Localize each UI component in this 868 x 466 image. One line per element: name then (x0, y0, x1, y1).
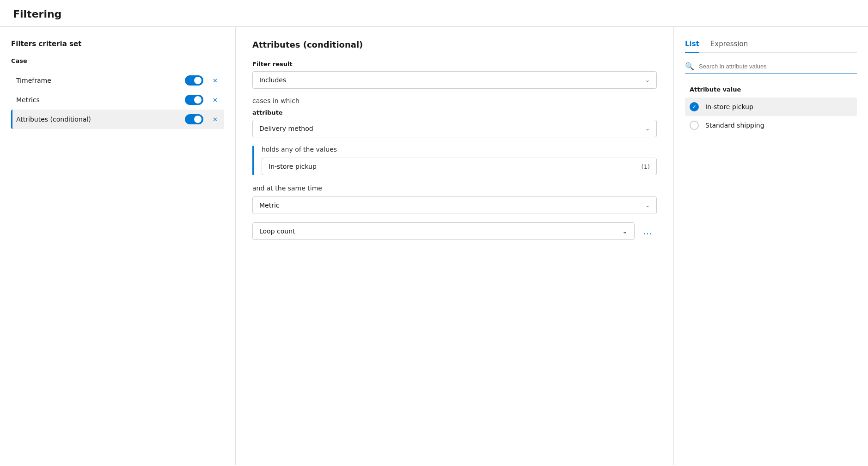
filter-item-metrics[interactable]: Metrics ✕ (11, 90, 224, 110)
filter-item-timeframe[interactable]: Timeframe ✕ (11, 71, 224, 90)
selected-values-count: (1) (642, 163, 650, 170)
remove-timeframe-button[interactable]: ✕ (210, 76, 220, 85)
and-at-same-time-label: and at the same time (252, 184, 657, 192)
filter-result-dropdown[interactable]: Includes ⌄ (252, 71, 657, 89)
selected-values-dropdown[interactable]: In-store pickup (1) (262, 158, 657, 175)
toggle-timeframe[interactable] (185, 75, 203, 86)
holds-any-label: holds any of the values (262, 146, 657, 153)
selected-values-text: In-store pickup (269, 163, 317, 170)
toggle-metrics[interactable] (185, 95, 203, 105)
attribute-value: Delivery method (259, 125, 313, 132)
loop-count-value: Loop count (259, 227, 295, 235)
values-content: holds any of the values In-store pickup … (262, 146, 657, 175)
attr-value-label-standard-shipping: Standard shipping (705, 122, 764, 129)
search-row: 🔍 (685, 62, 857, 74)
middle-panel: Attributes (conditional) Filter result I… (236, 27, 674, 465)
filter-result-value: Includes (259, 76, 286, 84)
filter-result-label: Filter result (252, 61, 657, 67)
metric-value: Metric (259, 202, 280, 209)
attr-value-row-in-store-pickup[interactable]: ✓ In-store pickup (685, 98, 857, 116)
attribute-label: attribute (252, 109, 657, 116)
left-panel: Filters criteria set Case Timeframe ✕ Me… (0, 27, 236, 465)
page-title: Filtering (0, 0, 868, 27)
tab-list[interactable]: List (685, 40, 699, 53)
remove-metrics-button[interactable]: ✕ (210, 96, 220, 104)
checkmark-icon: ✓ (692, 104, 697, 110)
loop-count-chevron-icon: ⌄ (622, 227, 628, 235)
values-section: holds any of the values In-store pickup … (252, 146, 657, 175)
toggle-attributes-conditional[interactable] (185, 114, 203, 124)
cases-in-which-label: cases in which (252, 97, 657, 104)
loop-row: Loop count ⌄ … (252, 222, 657, 240)
attribute-value-header: Attribute value (685, 83, 857, 96)
attr-value-label-in-store-pickup: In-store pickup (705, 103, 753, 110)
attr-checkbox-standard-shipping (690, 121, 699, 130)
loop-count-dropdown[interactable]: Loop count ⌄ (252, 222, 635, 240)
blue-accent-bar (252, 146, 254, 175)
filter-label-metrics: Metrics (16, 96, 185, 104)
filter-item-attributes-conditional[interactable]: Attributes (conditional) ✕ (11, 110, 224, 129)
filter-result-chevron-icon: ⌄ (645, 77, 650, 83)
attr-checkbox-in-store-pickup: ✓ (690, 102, 699, 111)
search-icon: 🔍 (685, 62, 694, 71)
more-options-button[interactable]: … (639, 224, 657, 239)
attribute-chevron-icon: ⌄ (645, 125, 650, 132)
filter-label-timeframe: Timeframe (16, 77, 185, 84)
middle-panel-title: Attributes (conditional) (252, 40, 657, 49)
case-subtitle: Case (11, 57, 224, 64)
right-tab-bar: List Expression (685, 40, 857, 53)
filter-label-attributes-conditional: Attributes (conditional) (16, 116, 185, 123)
metric-dropdown[interactable]: Metric ⌄ (252, 196, 657, 214)
metric-chevron-icon: ⌄ (645, 202, 650, 208)
search-input[interactable] (699, 63, 857, 70)
bottom-section: and at the same time Metric ⌄ Loop count… (252, 184, 657, 240)
remove-attributes-conditional-button[interactable]: ✕ (210, 115, 220, 124)
attr-value-row-standard-shipping[interactable]: Standard shipping (685, 116, 857, 135)
filters-criteria-title: Filters criteria set (11, 40, 224, 48)
attribute-dropdown[interactable]: Delivery method ⌄ (252, 120, 657, 137)
right-panel: List Expression 🔍 Attribute value ✓ In-s… (674, 27, 868, 465)
tab-expression[interactable]: Expression (710, 40, 748, 52)
